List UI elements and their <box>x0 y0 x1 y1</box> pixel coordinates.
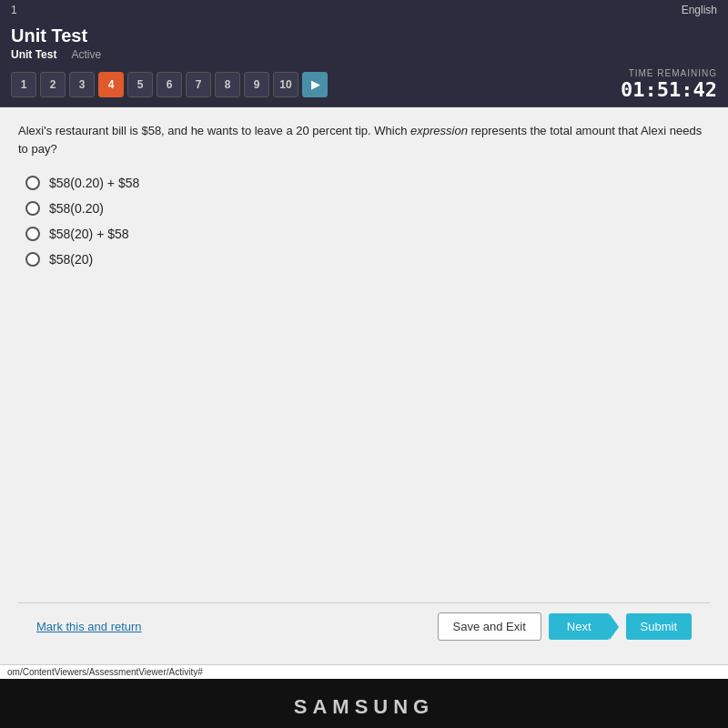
option-d-label: $58(20) <box>49 252 93 267</box>
option-c[interactable]: $58(20) + $58 <box>25 227 710 241</box>
nav-arrow-button[interactable]: ▶ <box>302 72 328 97</box>
option-a[interactable]: $58(0.20) + $58 <box>25 176 710 190</box>
url-text: om/ContentViewers/AssessmentViewer/Activ… <box>7 667 203 677</box>
answer-options: $58(0.20) + $58 $58(0.20) $58(20) + $58 … <box>25 176 710 267</box>
save-exit-button[interactable]: Save and Exit <box>438 612 541 641</box>
time-remaining-value: 01:51:42 <box>621 78 717 101</box>
nav-btn-6[interactable]: 6 <box>157 72 182 97</box>
question-text: Alexi's restaurant bill is $58, and he w… <box>18 122 710 157</box>
option-d[interactable]: $58(20) <box>25 252 710 267</box>
page-title: Unit Test <box>11 25 717 46</box>
brand-name: SAMSUNG <box>294 695 434 718</box>
bottom-bar: Mark this and return Save and Exit Next … <box>18 602 710 650</box>
nav-btn-10[interactable]: 10 <box>273 72 298 97</box>
top-bar-left: 1 <box>11 4 17 16</box>
top-bar: 1 English <box>0 0 728 20</box>
url-bar: om/ContentViewers/AssessmentViewer/Activ… <box>0 664 728 679</box>
title-bar: Unit Test Unit Test Active <box>0 20 728 63</box>
option-b[interactable]: $58(0.20) <box>25 201 710 216</box>
next-button[interactable]: Next <box>549 613 610 640</box>
nav-btn-3[interactable]: 3 <box>69 72 95 97</box>
nav-bar: 1 2 3 4 5 6 7 8 9 10 ▶ TIME REMAINING 01… <box>0 63 728 107</box>
mark-return-link[interactable]: Mark this and return <box>36 620 142 633</box>
breadcrumb-link[interactable]: Unit Test <box>11 48 56 61</box>
nav-btn-9[interactable]: 9 <box>244 72 269 97</box>
radio-d[interactable] <box>25 252 40 267</box>
nav-btn-5[interactable]: 5 <box>127 72 153 97</box>
bottom-action-buttons: Save and Exit Next Submit <box>438 612 692 641</box>
nav-btn-4[interactable]: 4 <box>98 72 124 97</box>
radio-c[interactable] <box>25 227 40 241</box>
nav-btn-7[interactable]: 7 <box>186 72 211 97</box>
breadcrumb-status: Active <box>71 48 101 61</box>
nav-btn-1[interactable]: 1 <box>11 72 36 97</box>
option-b-label: $58(0.20) <box>49 201 104 216</box>
option-a-label: $58(0.20) + $58 <box>49 176 139 190</box>
top-bar-right: English <box>682 4 717 16</box>
question-nav: 1 2 3 4 5 6 7 8 9 10 ▶ <box>11 72 328 97</box>
main-content: Alexi's restaurant bill is $58, and he w… <box>0 107 728 664</box>
radio-a[interactable] <box>25 176 40 190</box>
nav-btn-2[interactable]: 2 <box>40 72 66 97</box>
radio-b[interactable] <box>25 201 40 216</box>
samsung-brand: SAMSUNG <box>0 679 728 728</box>
option-c-label: $58(20) + $58 <box>49 227 129 241</box>
submit-button[interactable]: Submit <box>626 613 692 640</box>
timer-display: TIME REMAINING 01:51:42 <box>621 68 717 101</box>
time-remaining-label: TIME REMAINING <box>621 68 717 78</box>
nav-btn-8[interactable]: 8 <box>215 72 240 97</box>
